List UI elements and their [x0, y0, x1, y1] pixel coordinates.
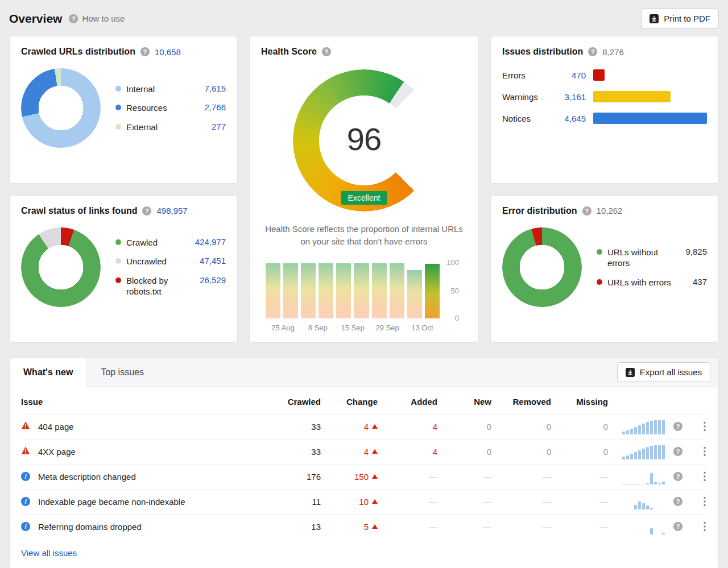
added-cell: —	[378, 472, 437, 482]
page-header: Overview How to use Print to PDF	[0, 0, 728, 36]
col-missing: Missing	[551, 397, 608, 407]
col-new: New	[437, 397, 491, 407]
issue-sparkline-chart	[608, 494, 665, 509]
change-cell: 10	[321, 497, 378, 507]
issue-row: Referring domains dropped 13 5 — — — —	[21, 514, 707, 539]
notices-bar	[593, 113, 707, 124]
removed-cell: 0	[491, 447, 551, 457]
crawled-cell: 11	[275, 497, 321, 507]
issues-table-header: Issue Crawled Change Added New Removed M…	[21, 387, 707, 414]
trend-up-icon	[372, 524, 378, 529]
legend-value: 437	[693, 277, 707, 287]
view-all-issues-link[interactable]: View all issues	[21, 548, 77, 558]
issue-sparkline-chart	[608, 443, 665, 459]
health-score-description: Health Score reflects the proportion of …	[263, 223, 465, 248]
how-to-use-label: How to use	[82, 14, 125, 23]
issue-sparkline-chart	[608, 519, 665, 534]
trend-up-icon	[372, 424, 378, 429]
warnings-count[interactable]: 3,161	[554, 92, 586, 102]
tab-top-issues[interactable]: Top issues	[87, 358, 158, 387]
issue-row: Indexable page became non-indexable 11 1…	[21, 489, 707, 514]
legend-value[interactable]: 2,766	[204, 102, 226, 112]
legend-value[interactable]: 47,451	[200, 256, 226, 266]
crawled-urls-title: Crawled URLs distribution	[21, 47, 135, 57]
kebab-menu-icon[interactable]	[691, 521, 707, 532]
help-icon[interactable]	[142, 206, 151, 215]
print-pdf-icon	[650, 14, 659, 23]
help-icon[interactable]	[582, 206, 592, 215]
info-icon	[21, 497, 30, 506]
legend-dot	[597, 279, 602, 285]
legend-dot	[115, 124, 121, 130]
kebab-menu-icon[interactable]	[691, 421, 707, 432]
help-icon[interactable]	[673, 497, 682, 506]
issue-link[interactable]: 404 page	[38, 422, 275, 432]
legend-label: URLs with errors	[607, 277, 688, 288]
issues-distribution-row: Warnings 3,161	[502, 91, 707, 102]
how-to-use-link[interactable]: How to use	[69, 14, 125, 23]
legend-value: 9,825	[685, 247, 707, 256]
issues-distribution-title: Issues distribution	[502, 47, 583, 57]
help-icon[interactable]	[588, 47, 597, 56]
issue-link[interactable]: 4XX page	[38, 447, 275, 457]
health-score-value: 96	[347, 121, 381, 157]
crawled-cell: 33	[275, 422, 321, 432]
error-distribution-total: 10,262	[597, 206, 623, 215]
new-cell: —	[437, 472, 491, 482]
legend-value[interactable]: 26,529	[200, 275, 226, 285]
legend-label: Internal	[126, 84, 199, 95]
print-to-pdf-button[interactable]: Print to PDF	[641, 9, 719, 28]
legend-value[interactable]: 424,977	[195, 237, 226, 247]
removed-cell: —	[491, 472, 551, 482]
kebab-menu-icon[interactable]	[691, 446, 707, 457]
kebab-menu-icon[interactable]	[691, 471, 707, 482]
issue-link[interactable]: Meta description changed	[38, 472, 275, 482]
legend-label: Uncrawled	[126, 256, 195, 267]
col-crawled: Crawled	[275, 397, 321, 407]
removed-cell: —	[491, 522, 551, 532]
help-icon[interactable]	[673, 472, 682, 481]
help-icon[interactable]	[673, 522, 682, 531]
issues-distribution-total: 8,276	[602, 47, 624, 57]
crawled-urls-total[interactable]: 10,658	[155, 47, 181, 57]
removed-cell: —	[491, 497, 551, 507]
print-pdf-label: Print to PDF	[664, 14, 710, 23]
health-history-x-axis: 25 Aug 8 Sep 15 Sep 29 Sep 13 Oct	[266, 324, 440, 332]
missing-cell: —	[551, 522, 608, 532]
col-removed: Removed	[491, 397, 551, 407]
crawl-status-total[interactable]: 498,957	[156, 206, 187, 215]
help-icon[interactable]	[673, 422, 682, 431]
issues-tabbar: What's new Top issues Export all issues	[10, 358, 718, 387]
error-distribution-donut-chart	[502, 227, 582, 307]
crawl-status-card: Crawl status of links found 498,957 Craw…	[9, 195, 238, 343]
help-icon	[69, 14, 78, 23]
legend-item: Crawled 424,977	[115, 237, 226, 248]
legend-dot	[115, 277, 121, 283]
tab-whats-new[interactable]: What's new	[10, 358, 87, 387]
help-icon[interactable]	[673, 447, 682, 456]
change-cell: 5	[321, 522, 378, 532]
help-icon[interactable]	[322, 47, 331, 56]
errors-count[interactable]: 470	[554, 71, 586, 80]
notices-count[interactable]: 4,645	[554, 114, 586, 123]
legend-value[interactable]: 277	[212, 122, 226, 131]
kebab-menu-icon[interactable]	[691, 496, 707, 507]
health-score-title: Health Score	[261, 47, 317, 57]
legend-item: Blocked by robots.txt 26,529	[115, 275, 226, 297]
legend-dot	[115, 105, 121, 110]
new-cell: 0	[437, 422, 491, 432]
export-all-issues-button[interactable]: Export all issues	[617, 362, 710, 382]
issues-table: Issue Crawled Change Added New Removed M…	[10, 387, 718, 539]
issue-link[interactable]: Referring domains dropped	[38, 522, 275, 532]
legend-label: External	[126, 122, 206, 133]
issue-link[interactable]: Indexable page became non-indexable	[38, 497, 275, 507]
help-icon[interactable]	[140, 47, 150, 56]
legend-value[interactable]: 7,615	[204, 84, 226, 93]
crawl-status-donut-chart	[21, 227, 101, 307]
issue-row: 404 page 33 4 4 0 0 0	[21, 414, 707, 439]
error-distribution-card: Error distribution 10,262 URLs without e…	[490, 195, 719, 343]
legend-dot	[115, 239, 121, 245]
new-cell: —	[437, 522, 491, 532]
dashboard-grid: Crawled URLs distribution 10,658 Interna…	[0, 36, 728, 343]
legend-item: URLs without errors 9,825	[597, 247, 707, 269]
